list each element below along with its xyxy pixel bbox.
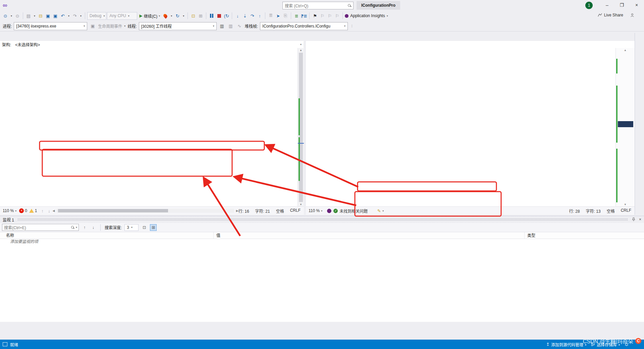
watch-toolbar: 搜索(Ctrl+E)▾ ↑ ↓ 搜索深度: 3▾ ⊡ ⊞ <box>0 223 644 232</box>
new-dropdown[interactable]: ▾ <box>33 12 37 19</box>
minimize-button[interactable]: – <box>600 0 614 11</box>
search-down-icon[interactable]: ↓ <box>90 225 96 231</box>
add-to-source-control-button[interactable]: ↥添加到源代码管理▴ <box>546 342 586 347</box>
schema-select[interactable]: <未选择架构>▾ <box>13 41 304 48</box>
watch-close-icon[interactable]: × <box>639 217 641 222</box>
thread-label: 线程: <box>127 23 137 29</box>
pin-icon[interactable] <box>632 217 636 221</box>
eol-indicator: CRLF <box>290 208 301 214</box>
bookmark-icon[interactable]: ⚑ <box>312 12 318 19</box>
list-members-icon[interactable]: ≣ <box>293 12 300 19</box>
debug-config-select[interactable]: Debug▾ <box>87 12 106 20</box>
status-bar: 就绪 ↥添加到源代码管理▴ 选择存储库▴ <box>0 340 644 349</box>
lifecycle-label[interactable]: 生命周期事件 <box>98 23 122 29</box>
hex-display-icon[interactable]: ⊞ <box>150 224 157 231</box>
restart-icon[interactable]: ↻ <box>174 12 181 19</box>
add-watch-row[interactable]: 添加要监视的项 <box>0 239 644 245</box>
close-button[interactable]: × <box>629 0 644 11</box>
redo-icon[interactable]: ↷ <box>71 12 78 19</box>
platform-select[interactable]: Any CPU▾ <box>107 12 137 20</box>
auto-hide-tab-strip <box>635 33 644 215</box>
col-name[interactable]: 名称 <box>0 232 214 239</box>
lifecycle-icon[interactable]: ▣ <box>89 22 96 30</box>
razor-icon <box>327 209 331 213</box>
maximize-button[interactable]: ❐ <box>614 0 629 11</box>
step-out-icon[interactable]: ↑ <box>256 12 263 19</box>
stack-frame-select[interactable]: IConfigurationPro.Controllers.IConfigu▾ <box>260 22 348 30</box>
save-icon[interactable]: ▣ <box>45 12 51 19</box>
save-all-icon[interactable]: ▣ <box>52 12 59 19</box>
hot-reload-icon[interactable] <box>162 12 169 19</box>
watch-search-input[interactable]: 搜索(Ctrl+E)▾ <box>2 224 79 231</box>
search-up-icon[interactable]: ↑ <box>82 225 88 231</box>
hot-reload-dropdown[interactable]: ▾ <box>169 12 173 19</box>
watch-format-icon[interactable]: ⊡ <box>141 225 147 231</box>
continue-button[interactable]: ▶继续(C)▾ <box>138 12 161 19</box>
open-file-icon[interactable]: ⊟ <box>37 12 44 19</box>
left-tab-strip <box>0 33 304 41</box>
zoom-select[interactable]: 110 %▾ <box>0 208 19 213</box>
break-all-icon[interactable] <box>208 12 215 19</box>
watch-grid: 名称 值 类型 添加要监视的项 <box>0 232 644 245</box>
step-over-icon[interactable]: ⇣ <box>241 12 248 19</box>
browser-link-icon[interactable]: ⊡ <box>190 12 197 19</box>
edit-pen-icon[interactable]: ✎ <box>376 207 382 214</box>
show-threads-icon[interactable]: ▥ <box>227 22 234 30</box>
restart-dropdown[interactable]: ▾ <box>181 12 185 19</box>
no-issues-icon: ✓ <box>333 209 338 213</box>
overflow-icon[interactable]: ⋮ <box>350 22 354 30</box>
solution-name: IConfigurationPro <box>357 1 400 10</box>
left-schema-bar: 架构: <未选择架构>▾ <box>0 41 304 48</box>
next-issue-icon[interactable]: ↓ <box>46 207 53 214</box>
prev-issue-icon[interactable]: ↑ <box>39 207 46 214</box>
search-input[interactable]: 搜索 (Ctrl+Q) <box>282 2 354 9</box>
new-project-icon[interactable]: ▤ <box>25 12 32 19</box>
navigate-back-icon[interactable]: ⊙ <box>2 12 9 19</box>
live-share-button[interactable]: Live Share <box>597 13 635 17</box>
depth-select[interactable]: 3▾ <box>124 224 139 231</box>
parameter-info-icon[interactable]: ⁋≣ <box>301 12 307 19</box>
zoom-select-right[interactable]: 110 %▾ <box>306 208 325 213</box>
cursor-icon[interactable]: ➤ <box>275 12 281 19</box>
editor-group-left: 架构: <未选择架构>▾ ▲▼ 110 %▾ ×0 1 ↑ ↓ ◀ ▶ 行: 1… <box>0 33 304 215</box>
error-count: 0 <box>24 208 29 213</box>
clear-bookmark-icon[interactable]: ⚐ <box>334 12 340 19</box>
threads-curve-icon[interactable]: ∿ <box>236 22 243 30</box>
h-scrollbar[interactable] <box>57 209 234 213</box>
redo-dropdown[interactable]: ▾ <box>79 12 83 19</box>
undo-dropdown[interactable]: ▾ <box>67 12 71 19</box>
vs-logo-icon: ∞ <box>0 2 11 9</box>
watch-title-bar[interactable]: 监视 1 × <box>0 216 644 223</box>
step-into-icon[interactable]: ↓ <box>234 12 241 19</box>
flag-threads-icon[interactable]: ▥ <box>219 22 225 30</box>
navigate-forward-icon[interactable]: ⊙ <box>14 12 21 19</box>
back-dropdown[interactable]: ▾ <box>9 12 13 19</box>
csharp-editor[interactable] <box>306 48 616 207</box>
next-bookmark-icon[interactable]: ⚐ <box>326 12 333 19</box>
application-insights-button[interactable]: Application Insights▾ <box>345 13 388 18</box>
debug-location-bar: 进程: [34760] iisexpress.exe▾ ▣ 生命周期事件▾ 线程… <box>0 21 644 32</box>
restart-debug-icon[interactable]: (↻ <box>223 12 230 19</box>
preview-icon[interactable]: ⊞ <box>197 12 204 19</box>
prev-bookmark-icon[interactable]: ⚐ <box>319 12 326 19</box>
watch-search-icon <box>71 226 74 229</box>
json-editor[interactable] <box>0 48 298 207</box>
col-value[interactable]: 值 <box>214 232 525 239</box>
process-select[interactable]: [34760] iisexpress.exe▾ <box>14 22 87 30</box>
right-scrollbar[interactable]: ▲▼ <box>615 48 635 207</box>
notification-badge[interactable]: 1 <box>585 2 593 9</box>
paste-icon[interactable]: ⎘ <box>282 12 289 19</box>
left-scrollbar[interactable]: ▲▼ <box>298 48 304 207</box>
profiler-icon[interactable]: 𝄜 <box>267 12 274 19</box>
line-indicator: 行: 16 <box>238 208 249 214</box>
insights-bulb-icon <box>345 14 348 18</box>
vs-window: ∞ 搜索 (Ctrl+Q) IConfigurationPro 1 – ❐ × … <box>0 0 644 349</box>
stop-icon[interactable] <box>216 12 222 19</box>
undo-icon[interactable]: ↶ <box>59 12 66 19</box>
right-nav-bar <box>306 41 635 48</box>
col-type[interactable]: 类型 <box>525 232 644 239</box>
space-indicator: 空格 <box>276 208 284 214</box>
step-back-icon[interactable]: ↷ <box>249 12 256 19</box>
watch-header-row: 名称 值 类型 <box>0 232 644 239</box>
thread-select[interactable]: [30260] 工作线程▾ <box>139 22 217 30</box>
